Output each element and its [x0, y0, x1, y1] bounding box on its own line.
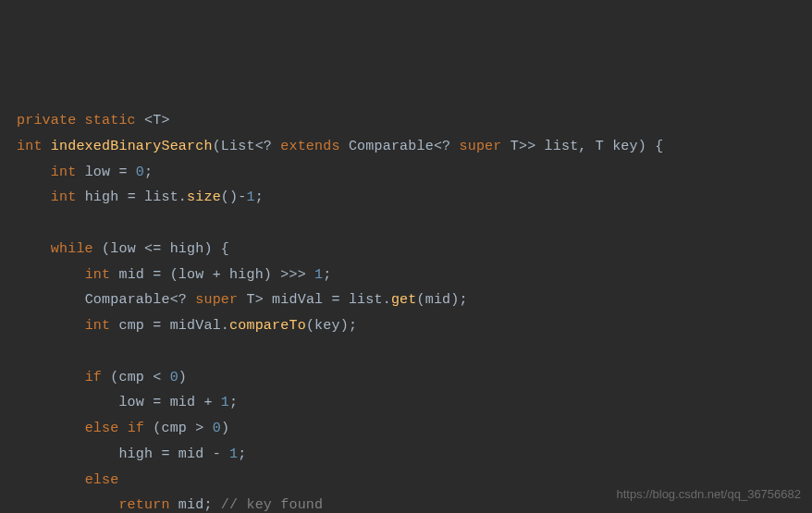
code-line: private static <T>	[17, 113, 170, 128]
indent	[17, 395, 118, 410]
code-line: int low = 0;	[17, 165, 153, 180]
code-text: )	[178, 370, 187, 385]
generic-param: <T>	[144, 113, 170, 128]
code-text: Comparable<?	[349, 139, 460, 154]
keyword: int	[51, 165, 85, 180]
comment: // key found	[221, 497, 323, 513]
indent	[17, 370, 85, 385]
keyword: int	[51, 189, 85, 205]
code-line: high = mid - 1;	[17, 446, 246, 462]
code-text: high = list.	[85, 189, 187, 205]
indent	[17, 421, 85, 436]
code-line: if (cmp < 0)	[17, 370, 187, 385]
code-text: low =	[85, 165, 136, 180]
code-line: int indexedBinarySearch(List<? extends C…	[17, 139, 663, 154]
code-line: else if (cmp > 0)	[17, 421, 229, 436]
keyword: int	[17, 139, 51, 154]
code-line: low = mid + 1;	[17, 395, 238, 410]
code-text: ;	[144, 165, 153, 180]
code-text: high = mid -	[118, 446, 229, 462]
code-text: (key);	[306, 318, 357, 334]
code-text: Comparable<?	[85, 292, 196, 308]
keyword: extends	[280, 139, 349, 154]
method-name: indexedBinarySearch	[51, 139, 213, 154]
code-line: Comparable<? super T> midVal = list.get(…	[17, 292, 468, 308]
code-editor[interactable]: private static <T> int indexedBinarySear…	[17, 108, 795, 513]
number-literal: 0	[213, 421, 221, 436]
watermark-text: https://blog.csdn.net/qq_36756682	[617, 483, 802, 506]
code-text: ()-	[221, 189, 247, 205]
keyword: while	[51, 241, 102, 257]
indent	[17, 189, 51, 205]
code-line: int cmp = midVal.compareTo(key);	[17, 318, 357, 334]
keyword: else	[85, 472, 119, 488]
keyword: if	[85, 370, 111, 385]
method-call: compareTo	[229, 318, 306, 334]
code-text: low = mid +	[118, 395, 220, 410]
indent	[17, 165, 51, 180]
indent	[17, 318, 85, 334]
indent	[17, 241, 51, 257]
code-text: (cmp >	[153, 421, 212, 436]
number-literal: 0	[136, 165, 144, 180]
method-call: get	[391, 292, 417, 308]
code-text: ;	[229, 395, 238, 410]
method-call: size	[187, 189, 221, 205]
keyword: super	[195, 292, 246, 308]
code-text: ;	[323, 267, 331, 283]
number-literal: 1	[221, 395, 229, 410]
indent	[17, 472, 85, 488]
indent	[17, 446, 118, 462]
code-text: (mid);	[417, 292, 468, 308]
number-literal: 1	[246, 189, 254, 205]
code-text: )	[221, 421, 229, 436]
code-text: mid = (low + high) >>>	[118, 267, 314, 283]
number-literal: 1	[229, 446, 238, 462]
code-text: T>> list, T key) {	[511, 139, 664, 154]
number-literal: 1	[314, 267, 323, 283]
code-text: (cmp <	[110, 370, 169, 385]
keyword: private static	[17, 113, 144, 128]
code-text: (low <= high) {	[102, 241, 229, 257]
code-line: int mid = (low + high) >>> 1;	[17, 267, 331, 283]
code-line: return mid; // key found	[17, 497, 323, 513]
indent	[17, 292, 85, 308]
code-line: while (low <= high) {	[17, 241, 229, 257]
code-text: ;	[255, 189, 264, 205]
code-line: int high = list.size()-1;	[17, 189, 264, 205]
code-text: cmp = midVal.	[118, 318, 229, 334]
code-line: else	[17, 472, 118, 488]
number-literal: 0	[170, 370, 178, 385]
keyword: else if	[85, 421, 154, 436]
keyword: int	[85, 267, 119, 283]
code-text: (List<?	[213, 139, 281, 154]
keyword: return	[118, 497, 178, 513]
code-text: ;	[238, 446, 246, 462]
code-text: mid;	[178, 497, 221, 513]
indent	[17, 497, 118, 513]
indent	[17, 267, 85, 283]
keyword: int	[85, 318, 119, 334]
code-text: T> midVal = list.	[246, 292, 390, 308]
keyword: super	[460, 139, 511, 154]
